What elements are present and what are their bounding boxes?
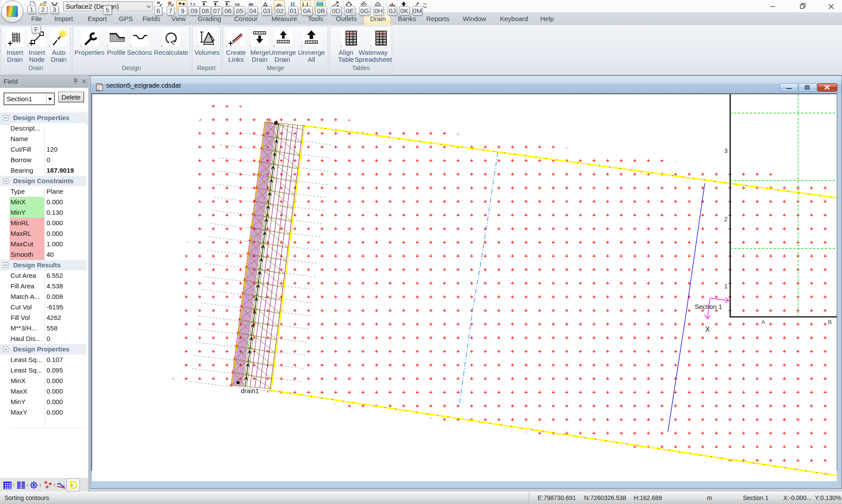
svg-text:B: B bbox=[828, 319, 832, 325]
svg-text:A: A bbox=[761, 319, 765, 325]
svg-text:2: 2 bbox=[724, 216, 728, 223]
svg-text:Section 1: Section 1 bbox=[695, 303, 722, 310]
svg-text:drain1: drain1 bbox=[241, 387, 259, 394]
svg-text:1: 1 bbox=[724, 283, 728, 290]
svg-text:3: 3 bbox=[724, 147, 728, 154]
svg-text:1: 1 bbox=[190, 2, 192, 6]
svg-text:X: X bbox=[705, 326, 710, 333]
